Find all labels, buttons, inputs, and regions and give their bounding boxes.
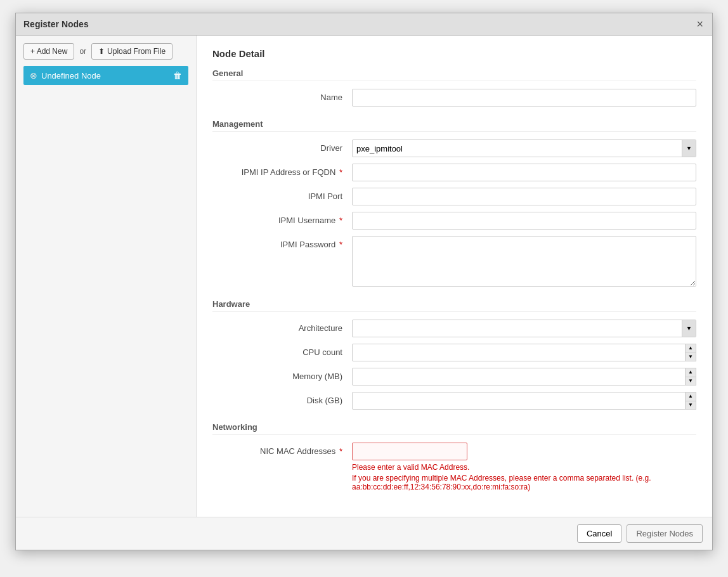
memory-label: Memory (MB) xyxy=(212,368,352,381)
architecture-select[interactable] xyxy=(352,320,696,337)
nic-mac-error: Please enter a valid MAC Address. xyxy=(352,463,696,472)
cpu-spinner-buttons: ▲ ▼ xyxy=(685,344,696,361)
hardware-section: Hardware Architecture ▼ CPU count xyxy=(212,299,696,410)
networking-heading: Networking xyxy=(212,422,696,435)
upload-icon: ⬆ xyxy=(98,47,105,56)
disk-label: Disk (GB) xyxy=(212,392,352,405)
management-heading: Management xyxy=(212,119,696,132)
general-section: General Name xyxy=(212,68,696,107)
networking-section: Networking NIC MAC Addresses * Please en… xyxy=(212,422,696,491)
cpu-decrement-button[interactable]: ▼ xyxy=(685,353,696,362)
error-icon: ⊗ xyxy=(30,70,37,81)
driver-label: Driver xyxy=(212,139,352,153)
memory-decrement-button[interactable]: ▼ xyxy=(685,377,696,386)
add-new-button[interactable]: + Add New xyxy=(23,43,74,60)
disk-spinner: ▲ ▼ xyxy=(352,392,696,410)
name-label: Name xyxy=(212,89,352,102)
ipmi-password-input[interactable] xyxy=(352,236,696,287)
upload-from-file-button[interactable]: ⬆ Upload From File xyxy=(91,43,172,60)
general-heading: General xyxy=(212,68,696,81)
register-nodes-button[interactable]: Register Nodes xyxy=(627,524,703,543)
required-star-nic: * xyxy=(339,446,342,456)
ipmi-username-row: IPMI Username * xyxy=(212,212,696,230)
nic-mac-help: If you are specifying multiple MAC Addre… xyxy=(352,474,696,491)
memory-spinner: ▲ ▼ xyxy=(352,368,696,386)
nic-mac-wrapper: Please enter a valid MAC Address. If you… xyxy=(352,443,696,491)
nic-mac-label: NIC MAC Addresses * xyxy=(212,443,352,456)
cpu-count-row: CPU count ▲ ▼ xyxy=(212,344,696,361)
sidebar: + Add New or ⬆ Upload From File ⊗ Undefi… xyxy=(16,36,197,517)
close-button[interactable]: × xyxy=(695,18,705,30)
cpu-count-spinner: ▲ ▼ xyxy=(352,344,696,361)
memory-row: Memory (MB) ▲ ▼ xyxy=(212,368,696,386)
node-item-left: ⊗ Undefined Node xyxy=(30,70,101,81)
ipmi-password-label: IPMI Password * xyxy=(212,236,352,249)
cpu-increment-button[interactable]: ▲ xyxy=(685,344,696,353)
ipmi-username-label: IPMI Username * xyxy=(212,212,352,225)
memory-input[interactable] xyxy=(352,368,696,386)
hardware-heading: Hardware xyxy=(212,299,696,312)
name-input[interactable] xyxy=(352,89,696,107)
nic-mac-row: NIC MAC Addresses * Please enter a valid… xyxy=(212,443,696,491)
ipmi-port-row: IPMI Port xyxy=(212,188,696,205)
driver-select[interactable]: pxe_ipmitool xyxy=(352,139,696,157)
ipmi-ip-row: IPMI IP Address or FQDN * xyxy=(212,164,696,181)
required-star-username: * xyxy=(339,216,342,225)
sidebar-toolbar: + Add New or ⬆ Upload From File xyxy=(23,43,188,60)
ipmi-port-input[interactable] xyxy=(352,188,696,205)
cpu-count-input[interactable] xyxy=(352,344,696,361)
or-separator: or xyxy=(79,47,86,56)
memory-increment-button[interactable]: ▲ xyxy=(685,368,696,377)
disk-row: Disk (GB) ▲ ▼ xyxy=(212,392,696,410)
modal-footer: Cancel Register Nodes xyxy=(16,517,712,550)
ipmi-ip-input[interactable] xyxy=(352,164,696,181)
cancel-button[interactable]: Cancel xyxy=(577,524,621,543)
architecture-row: Architecture ▼ xyxy=(212,320,696,337)
name-row: Name xyxy=(212,89,696,107)
ipmi-password-row: IPMI Password * xyxy=(212,236,696,287)
node-name: Undefined Node xyxy=(41,71,101,81)
disk-increment-button[interactable]: ▲ xyxy=(685,392,696,401)
architecture-select-wrapper: ▼ xyxy=(352,320,696,337)
driver-select-wrapper: pxe_ipmitool ▼ xyxy=(352,139,696,157)
ipmi-port-label: IPMI Port xyxy=(212,188,352,201)
modal-body: + Add New or ⬆ Upload From File ⊗ Undefi… xyxy=(16,36,712,517)
required-star: * xyxy=(339,167,342,177)
disk-spinner-buttons: ▲ ▼ xyxy=(685,392,696,410)
node-item[interactable]: ⊗ Undefined Node 🗑 xyxy=(23,66,188,85)
main-content: Node Detail General Name Management Driv… xyxy=(197,36,712,517)
upload-label: Upload From File xyxy=(107,47,166,56)
ipmi-ip-label: IPMI IP Address or FQDN * xyxy=(212,164,352,177)
section-title: Node Detail xyxy=(212,48,696,59)
required-star-password: * xyxy=(339,240,342,249)
modal-header: Register Nodes × xyxy=(16,13,712,36)
modal-title: Register Nodes xyxy=(23,19,89,29)
memory-spinner-buttons: ▲ ▼ xyxy=(685,368,696,386)
disk-decrement-button[interactable]: ▼ xyxy=(685,401,696,410)
nic-mac-input[interactable] xyxy=(352,443,467,460)
disk-input[interactable] xyxy=(352,392,696,410)
ipmi-username-input[interactable] xyxy=(352,212,696,230)
architecture-label: Architecture xyxy=(212,320,352,333)
driver-row: Driver pxe_ipmitool ▼ xyxy=(212,139,696,157)
node-delete-button[interactable]: 🗑 xyxy=(173,70,182,81)
cpu-count-label: CPU count xyxy=(212,344,352,357)
management-section: Management Driver pxe_ipmitool ▼ IPMI IP xyxy=(212,119,696,287)
